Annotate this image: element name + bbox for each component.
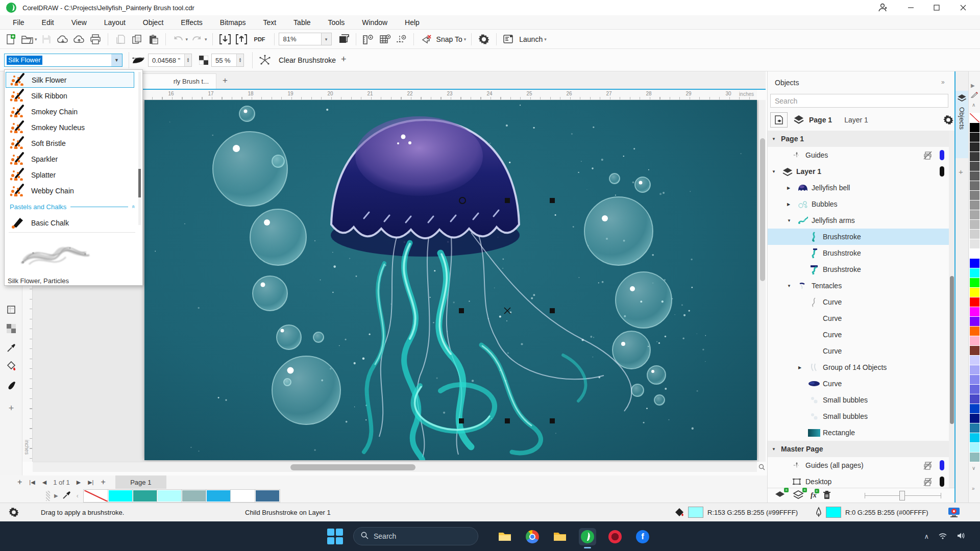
tree-expander-icon[interactable]: ▼: [787, 284, 795, 288]
docker-options-gear-icon[interactable]: [943, 114, 954, 127]
non-printable-icon[interactable]: [923, 151, 933, 161]
color-swatch-4a4a4a[interactable]: [970, 162, 979, 171]
doc-color-swatch-1fb0e8[interactable]: [206, 490, 231, 502]
eyedropper-tool-icon[interactable]: [5, 342, 17, 354]
vertical-scrollbar[interactable]: [758, 100, 766, 462]
tray-chevron-icon[interactable]: ∧: [924, 533, 929, 540]
clear-brushstroke-button[interactable]: Clear Brushstroke: [279, 56, 336, 64]
save-button[interactable]: [40, 33, 53, 46]
objects-tree-row-desktop[interactable]: Desktop: [768, 473, 949, 488]
new-layer-button[interactable]: +: [774, 490, 786, 501]
thumbnail-size-slider[interactable]: [865, 495, 941, 496]
palette-eyedropper-icon[interactable]: [62, 490, 71, 501]
status-gear-icon[interactable]: [8, 507, 19, 519]
brush-item-silk-flower[interactable]: Silk Flower: [6, 72, 134, 88]
palette-flyout-icon[interactable]: ▶: [971, 83, 975, 88]
brush-item-basic-chalk[interactable]: Basic Chalk: [6, 215, 134, 231]
copy-button[interactable]: [130, 33, 143, 46]
palette-expand[interactable]: »: [972, 486, 975, 491]
menu-help[interactable]: Help: [396, 16, 428, 29]
color-swatch-ccccff[interactable]: [970, 356, 979, 365]
color-swatch-d0d0d0[interactable]: [970, 230, 979, 239]
color-swatch-4848c8[interactable]: [970, 394, 979, 404]
account-icon[interactable]: [871, 0, 894, 15]
brush-item-smokey-nucleus[interactable]: Smokey Nucleus: [6, 119, 134, 135]
color-swatch-5c5c5c[interactable]: [970, 171, 979, 181]
color-swatch-282828[interactable]: [970, 142, 979, 152]
layer-color-pill[interactable]: [940, 166, 944, 177]
open-button[interactable]: [20, 33, 34, 46]
layer-color-pill[interactable]: [940, 477, 944, 487]
menu-file[interactable]: File: [4, 16, 33, 29]
palette-pen-icon[interactable]: [971, 91, 978, 99]
export-button[interactable]: [235, 33, 248, 46]
color-swatch-00c8f0[interactable]: [970, 433, 979, 442]
collapse-section-icon[interactable]: «: [131, 205, 137, 208]
tree-expander-icon[interactable]: ▼: [772, 137, 780, 141]
menu-view[interactable]: View: [63, 16, 95, 29]
folder-icon[interactable]: [551, 528, 569, 545]
publish-to-pdf-button[interactable]: PDF: [251, 33, 268, 46]
color-swatch-ff0000[interactable]: [970, 297, 979, 307]
palette-drag-handle[interactable]: [46, 491, 50, 501]
new-document-button[interactable]: [4, 33, 17, 46]
chrome-icon[interactable]: [524, 528, 541, 545]
launch-icon[interactable]: [502, 33, 516, 46]
color-swatch-1f7aa8[interactable]: [970, 423, 979, 433]
cloud-open-button[interactable]: [56, 33, 69, 46]
taskbar-search[interactable]: Search: [353, 527, 478, 545]
options-gear-button[interactable]: [477, 33, 491, 46]
objects-tree-row-guides[interactable]: Guides: [768, 147, 949, 163]
horizontal-scrollbar[interactable]: [33, 462, 757, 472]
brushstroke-combobox-arrow[interactable]: ▼: [111, 54, 122, 66]
launch-dropdown-arrow[interactable]: ▾: [544, 37, 547, 42]
color-swatch-1a1a1a[interactable]: [970, 133, 979, 142]
tree-expander-icon[interactable]: ▼: [772, 447, 780, 452]
color-swatch-949494[interactable]: [970, 201, 979, 210]
color-swatch-e4e4e4[interactable]: [970, 239, 979, 248]
color-swatch-00ff00[interactable]: [970, 278, 979, 287]
objects-tab-label[interactable]: Objects: [958, 107, 966, 130]
palette-scroll-down[interactable]: ∨: [972, 465, 975, 471]
doc-color-swatch-96b8b8[interactable]: [182, 490, 206, 502]
palette-scroll-left[interactable]: ‹: [77, 492, 79, 499]
brush-category-header[interactable]: Pastels and Chalks «: [6, 199, 139, 214]
undo-dropdown-arrow[interactable]: ▾: [186, 37, 188, 42]
brush-item-soft-bristle[interactable]: Soft Bristle: [6, 135, 134, 151]
menu-window[interactable]: Window: [353, 16, 396, 29]
doc-color-swatch-3c6e96[interactable]: [255, 490, 280, 502]
add-page-button-2[interactable]: +: [101, 478, 105, 487]
color-swatch-383838[interactable]: [970, 152, 979, 161]
objects-tree-row-curve[interactable]: Curve: [768, 294, 949, 310]
cut-button[interactable]: [114, 33, 127, 46]
last-page-button[interactable]: ▶|: [88, 479, 93, 486]
full-screen-preview-button[interactable]: [337, 33, 350, 46]
menu-tools[interactable]: Tools: [320, 16, 354, 29]
objects-tree-row-small-bubbles[interactable]: Small bubbles: [768, 392, 949, 408]
objects-tree-row-tentacles[interactable]: ▼Tentacles: [768, 278, 949, 294]
color-swatch-ffffff[interactable]: [970, 249, 979, 258]
brush-item-smokey-chain[interactable]: Smokey Chain: [6, 104, 134, 119]
color-swatch-0000ff[interactable]: [970, 259, 979, 268]
objects-tree-row-small-bubbles[interactable]: Small bubbles: [768, 408, 949, 424]
color-swatch-000000[interactable]: [970, 123, 979, 132]
color-swatch-808080[interactable]: [970, 191, 979, 200]
color-swatch-a5f6ff[interactable]: [970, 443, 979, 452]
doc-color-swatch-b3ffff[interactable]: [157, 490, 182, 502]
menu-bitmaps[interactable]: Bitmaps: [211, 16, 255, 29]
tree-expander-icon[interactable]: ▶: [798, 365, 806, 370]
objects-tree-row-curve[interactable]: Curve: [768, 327, 949, 343]
add-effect-button[interactable]: fx+: [811, 491, 817, 499]
active-page-label[interactable]: Page 1: [809, 116, 832, 124]
brush-item-silk-ribbon[interactable]: Silk Ribbon: [6, 88, 134, 104]
page-tab[interactable]: Page 1: [115, 475, 166, 489]
objects-tree-row-curve[interactable]: Curve: [768, 310, 949, 327]
menu-object[interactable]: Object: [134, 16, 172, 29]
artboard-tool-icon[interactable]: [5, 304, 17, 316]
objects-tree-row-layer-1[interactable]: ▼Layer 1: [768, 163, 949, 180]
color-swatch-7f00ff[interactable]: [970, 317, 979, 326]
menu-effects[interactable]: Effects: [172, 16, 211, 29]
open-dropdown-arrow[interactable]: ▾: [35, 37, 37, 42]
objects-tree-row-curve[interactable]: Curve: [768, 375, 949, 392]
show-guidelines-button[interactable]: [395, 33, 408, 46]
